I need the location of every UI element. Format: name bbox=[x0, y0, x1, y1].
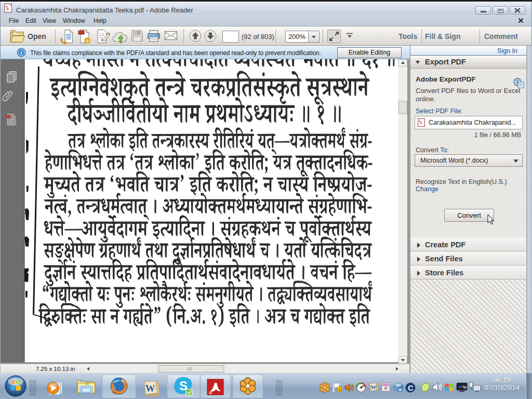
svg-text:W: W bbox=[145, 383, 155, 394]
svg-text:!: ! bbox=[339, 387, 340, 392]
svg-text:W: W bbox=[371, 384, 377, 390]
svg-text:M: M bbox=[463, 385, 467, 389]
svg-text:n: n bbox=[384, 385, 388, 391]
svg-text:C: C bbox=[408, 383, 414, 392]
